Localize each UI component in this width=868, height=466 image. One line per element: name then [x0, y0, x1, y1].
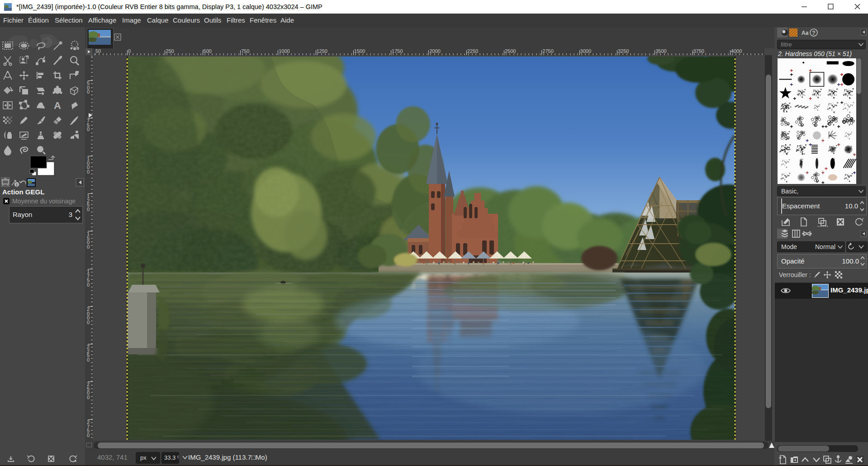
- svg-text:i: i: [16, 183, 17, 187]
- svg-text:Aa: Aa: [802, 30, 809, 36]
- svg-text:A: A: [54, 100, 61, 111]
- svg-text:?: ?: [812, 30, 815, 36]
